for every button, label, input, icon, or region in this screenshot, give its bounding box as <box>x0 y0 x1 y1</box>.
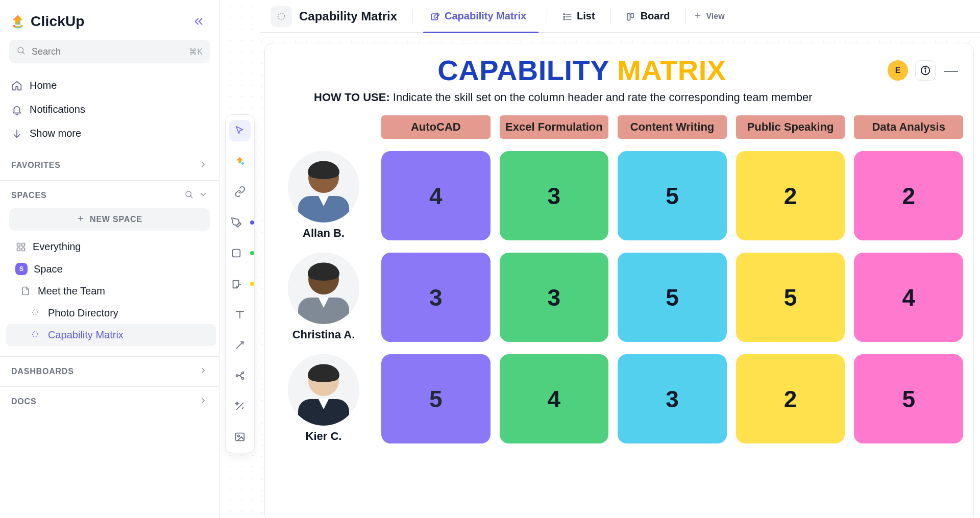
rating-tile[interactable]: 3 <box>500 151 609 240</box>
tool-line[interactable] <box>229 334 251 356</box>
tab-whiteboard-label: Capability Matrix <box>445 10 526 22</box>
howto-body: Indicate the skill set on the column hea… <box>393 91 813 104</box>
search-bar[interactable]: ⌘K <box>9 40 210 63</box>
add-view[interactable]: View <box>694 11 724 21</box>
rating-tile[interactable]: 3 <box>381 253 491 342</box>
svg-point-24 <box>278 13 285 19</box>
tool-pen[interactable] <box>226 212 247 233</box>
svg-point-30 <box>564 16 565 17</box>
svg-point-38 <box>925 68 926 69</box>
member-photo <box>288 151 359 223</box>
tool-ai[interactable] <box>229 396 251 417</box>
tree-everything[interactable]: Everything <box>6 236 216 258</box>
tool-link[interactable] <box>229 181 251 203</box>
skill-header[interactable]: Public Speaking <box>736 115 845 139</box>
tool-image[interactable] <box>229 426 251 448</box>
tool-sticky[interactable] <box>226 273 247 294</box>
docs-section[interactable]: DOCS <box>0 386 219 411</box>
nav-show-more[interactable]: Show more <box>0 121 219 145</box>
tree-space-label: Space <box>34 263 63 275</box>
favorites-label: FAVORITES <box>11 161 61 170</box>
new-space-button[interactable]: NEW SPACE <box>9 208 210 231</box>
nav-home[interactable]: Home <box>0 73 219 97</box>
divider <box>685 9 685 24</box>
chevron-down-icon[interactable] <box>199 190 208 201</box>
rating-tile[interactable]: 2 <box>736 151 845 240</box>
canvas-area[interactable]: CAPABILITY MATRIX E — HOW TO US <box>260 33 980 518</box>
tree-capability-matrix-label: Capability Matrix <box>48 329 124 341</box>
rating-tile[interactable]: 3 <box>618 354 727 443</box>
rating-tile[interactable]: 2 <box>736 354 845 443</box>
nav-notifications[interactable]: Notifications <box>0 97 219 121</box>
tool-clickup[interactable] <box>229 151 251 172</box>
rating-tile[interactable]: 5 <box>854 354 963 443</box>
title-word-2: MATRIX <box>617 54 726 86</box>
color-dot-green <box>250 251 254 255</box>
dashboards-section[interactable]: DASHBOARDS <box>0 356 219 381</box>
skill-header[interactable]: Excel Formulation <box>500 115 609 139</box>
whiteboard-toolbar <box>225 114 255 453</box>
member-photo <box>288 253 359 324</box>
tree-photo-directory[interactable]: Photo Directory <box>6 302 216 324</box>
arrow-down-icon <box>11 128 22 139</box>
divider <box>610 9 611 24</box>
rating-tile[interactable]: 4 <box>381 151 491 240</box>
tree-meet-the-team[interactable]: Meet the Team <box>6 280 216 302</box>
tool-text[interactable] <box>229 304 251 325</box>
rating-tile[interactable]: 2 <box>854 151 963 240</box>
matrix-row: Allan B.43522 <box>275 151 963 240</box>
capability-matrix: AutoCADExcel FormulationContent WritingP… <box>265 110 973 449</box>
svg-line-18 <box>237 342 243 349</box>
info-button[interactable] <box>915 60 936 81</box>
tool-shape[interactable] <box>226 242 247 264</box>
tab-list-label: List <box>577 10 595 22</box>
more-indicator: — <box>943 62 959 79</box>
search-input[interactable] <box>31 46 184 58</box>
main: Capability Matrix Capability Matrix <box>260 0 980 518</box>
svg-line-4 <box>190 196 192 198</box>
topbar: Capability Matrix Capability Matrix <box>260 0 980 33</box>
tab-whiteboard[interactable]: Capability Matrix <box>423 5 538 27</box>
svg-point-23 <box>237 435 239 437</box>
rating-tile[interactable]: 4 <box>500 354 609 443</box>
svg-point-0 <box>18 47 23 53</box>
member-name: Allan B. <box>303 227 345 240</box>
tree-photo-directory-label: Photo Directory <box>48 307 118 319</box>
favorites-section[interactable]: FAVORITES <box>0 151 219 175</box>
svg-line-1 <box>22 52 24 54</box>
member-cell: Christina A. <box>275 253 372 342</box>
skill-header[interactable]: Data Analysis <box>854 115 963 139</box>
tree-capability-matrix[interactable]: Capability Matrix <box>6 324 216 346</box>
tool-pointer[interactable] <box>229 120 251 141</box>
tree-space[interactable]: S Space <box>6 258 216 280</box>
board-card: CAPABILITY MATRIX E — HOW TO US <box>264 43 974 518</box>
svg-point-3 <box>186 191 191 197</box>
doc-icon <box>20 286 32 297</box>
member-cell: Allan B. <box>275 151 372 240</box>
rating-tile[interactable]: 5 <box>618 253 727 342</box>
tab-list[interactable]: List <box>555 5 602 27</box>
rating-tile[interactable]: 5 <box>736 253 845 342</box>
rating-tile[interactable]: 5 <box>381 354 491 443</box>
search-spaces-icon[interactable] <box>184 190 193 201</box>
skill-header[interactable]: Content Writing <box>618 115 727 139</box>
search-shortcut: ⌘K <box>189 47 203 57</box>
brand-logo <box>10 14 26 29</box>
chevron-right-icon <box>199 366 208 377</box>
tool-connector[interactable] <box>229 365 251 386</box>
everything-icon <box>15 241 27 253</box>
rating-tile[interactable]: 4 <box>854 253 963 342</box>
brand-row: ClickUp <box>0 6 219 35</box>
svg-rect-33 <box>631 13 633 17</box>
rating-tile[interactable]: 3 <box>500 253 609 342</box>
nav-notifications-label: Notifications <box>30 104 85 115</box>
user-avatar[interactable]: E <box>888 60 908 81</box>
tab-board[interactable]: Board <box>619 5 677 27</box>
rating-tile[interactable]: 5 <box>618 151 727 240</box>
divider <box>547 9 547 24</box>
skill-header[interactable]: AutoCAD <box>381 115 491 139</box>
collapse-sidebar-button[interactable] <box>188 11 209 32</box>
spaces-section[interactable]: SPACES <box>0 180 219 205</box>
tool-pen-row <box>226 212 254 233</box>
member-name: Kier C. <box>306 430 342 443</box>
